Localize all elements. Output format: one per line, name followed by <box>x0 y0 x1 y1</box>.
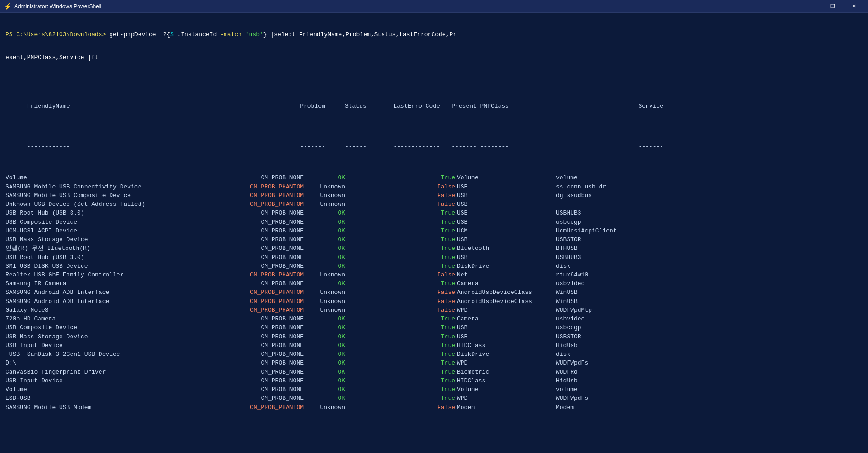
cell-pnpclass: Camera <box>455 315 556 323</box>
sep-status: ------ <box>325 142 367 151</box>
cell-problem: CM_PROB_NONE <box>221 244 304 253</box>
table-header: FriendlyNameProblem Status LastErrorCode… <box>6 93 862 120</box>
terminal-body: PS C:\Users\82103\Downloads> get-pnpDevi… <box>0 13 868 453</box>
table-row: USB Root Hub (USB 3.0)CM_PROB_NONEOKTrue… <box>6 209 862 217</box>
cell-service: USBHUB3 <box>556 254 581 261</box>
sep-friendlyname: ------------ <box>27 142 243 151</box>
cell-service: usbvideo <box>556 280 584 287</box>
cell-status: Unknown <box>304 271 345 279</box>
cell-pnpclass: HIDClass <box>455 341 556 350</box>
cell-problem: CM_PROB_NONE <box>221 376 304 385</box>
cell-pnpclass: Camera <box>455 279 556 288</box>
cell-present: True <box>418 209 455 217</box>
cell-present: False <box>418 191 455 200</box>
table-row: 인텔(R) 무선 Bluetooth(R)CM_PROB_NONEOKTrueB… <box>6 244 862 253</box>
table-row: USB Mass Storage DeviceCM_PROB_NONEOKTru… <box>6 235 862 244</box>
cell-problem: CM_PROB_NONE <box>221 385 304 394</box>
table-row: Unknown USB Device (Set Address Failed)C… <box>6 200 862 209</box>
sep-problem: ------- <box>243 142 325 151</box>
terminal-icon: ⚡ <box>4 3 11 10</box>
table-row: SAMSUNG Mobile USB Composite DeviceCM_PR… <box>6 191 862 200</box>
cell-problem: CM_PROB_NONE <box>221 209 304 217</box>
table-row: D:\CM_PROB_NONEOKTrueWPDWUDFWpdFs <box>6 359 862 367</box>
cell-present: False <box>418 271 455 279</box>
cell-present: True <box>418 279 455 288</box>
minimize-button[interactable]: — <box>801 0 822 13</box>
cell-service: HidUsb <box>556 342 578 349</box>
table-row: USB Composite DeviceCM_PROB_NONEOKTrueUS… <box>6 218 862 226</box>
cell-service: usbccgp <box>556 324 581 331</box>
cell-friendlyname: USB Composite Device <box>6 323 221 332</box>
cell-friendlyname: Volume <box>6 385 221 394</box>
table-row: SAMSUNG Android ADB InterfaceCM_PROB_PHA… <box>6 297 862 306</box>
cell-service: USBSTOR <box>556 236 581 243</box>
cell-service: disk <box>556 263 570 270</box>
cell-friendlyname: USB SanDisk 3.2Gen1 USB Device <box>6 350 221 359</box>
cell-problem: CM_PROB_NONE <box>221 315 304 323</box>
cell-pnpclass: Modem <box>455 403 556 412</box>
prompt-line-1: PS C:\Users\82103\Downloads> get-pnpDevi… <box>6 30 862 39</box>
cell-problem: CM_PROB_PHANTOM <box>221 271 304 279</box>
cell-service: WUDFWpdMtp <box>556 307 592 314</box>
cell-friendlyname: Unknown USB Device (Set Address Failed) <box>6 200 221 209</box>
header-present: Present <box>440 102 477 110</box>
table-row: USB Root Hub (USB 3.0)CM_PROB_NONEOKTrue… <box>6 253 862 262</box>
table-separator: ------------------- ------ -------------… <box>6 133 862 160</box>
cell-status: Unknown <box>304 200 345 209</box>
cell-present: True <box>418 218 455 226</box>
cell-status: OK <box>304 244 345 253</box>
cell-status: OK <box>304 218 345 226</box>
cell-service: Modem <box>556 404 574 411</box>
cell-friendlyname: CanvasBio Fingerprint Driver <box>6 368 221 376</box>
cell-friendlyname: D:\ <box>6 359 221 367</box>
cell-pnpclass: USB <box>455 235 556 244</box>
cell-pnpclass: WPD <box>455 306 556 315</box>
cell-problem: CM_PROB_PHANTOM <box>221 403 304 412</box>
table-row: SAMSUNG Android ADB InterfaceCM_PROB_PHA… <box>6 288 862 297</box>
title-bar-title: Administrator: Windows PowerShell <box>14 3 801 10</box>
cell-present: True <box>418 253 455 262</box>
cell-problem: CM_PROB_NONE <box>221 173 304 182</box>
restore-button[interactable]: ❐ <box>822 0 843 13</box>
cell-problem: CM_PROB_NONE <box>221 368 304 376</box>
close-button[interactable]: ✕ <box>843 0 864 13</box>
cell-friendlyname: SAMSUNG Mobile USB Connectivity Device <box>6 182 221 191</box>
cell-problem: CM_PROB_PHANTOM <box>221 200 304 209</box>
cell-status: OK <box>304 253 345 262</box>
sep-pnpclass: -------- <box>477 142 578 151</box>
cell-friendlyname: SMI USB DISK USB Device <box>6 262 221 271</box>
table-rows: VolumeCM_PROB_NONEOKTrueVolumevolumeSAMS… <box>6 173 862 411</box>
cell-pnpclass: USB <box>455 218 556 226</box>
cell-status: Unknown <box>304 297 345 306</box>
cell-problem: CM_PROB_NONE <box>221 262 304 271</box>
cell-pnpclass: USB <box>455 182 556 191</box>
cell-service: volume <box>556 386 578 393</box>
cell-problem: CM_PROB_NONE <box>221 341 304 350</box>
cell-present: False <box>418 200 455 209</box>
cell-status: Unknown <box>304 288 345 297</box>
cell-status: OK <box>304 376 345 385</box>
header-service: Service <box>578 102 663 110</box>
cell-pnpclass: USB <box>455 332 556 341</box>
cell-present: True <box>418 323 455 332</box>
header-pnpclass: PNPClass <box>477 102 578 110</box>
cell-status: OK <box>304 341 345 350</box>
cell-present: False <box>418 182 455 191</box>
cell-pnpclass: Net <box>455 271 556 279</box>
cell-problem: CM_PROB_NONE <box>221 279 304 288</box>
cell-problem: CM_PROB_NONE <box>221 235 304 244</box>
table-row: VolumeCM_PROB_NONEOKTrueVolumevolume <box>6 173 862 182</box>
cell-service: WUDFRd <box>556 369 578 376</box>
cell-problem: CM_PROB_NONE <box>221 323 304 332</box>
cell-friendlyname: SAMSUNG Mobile USB Composite Device <box>6 191 221 200</box>
cell-service: disk <box>556 351 570 358</box>
cell-friendlyname: USB Mass Storage Device <box>6 235 221 244</box>
cell-service: HidUsb <box>556 377 578 384</box>
cell-problem: CM_PROB_NONE <box>221 332 304 341</box>
header-friendlyname: FriendlyName <box>27 102 243 110</box>
cell-friendlyname: SAMSUNG Android ADB Interface <box>6 297 221 306</box>
sep-service: ------- <box>578 142 663 151</box>
cell-friendlyname: USB Root Hub (USB 3.0) <box>6 253 221 262</box>
cell-pnpclass: USB <box>455 323 556 332</box>
cell-status: Unknown <box>304 306 345 315</box>
